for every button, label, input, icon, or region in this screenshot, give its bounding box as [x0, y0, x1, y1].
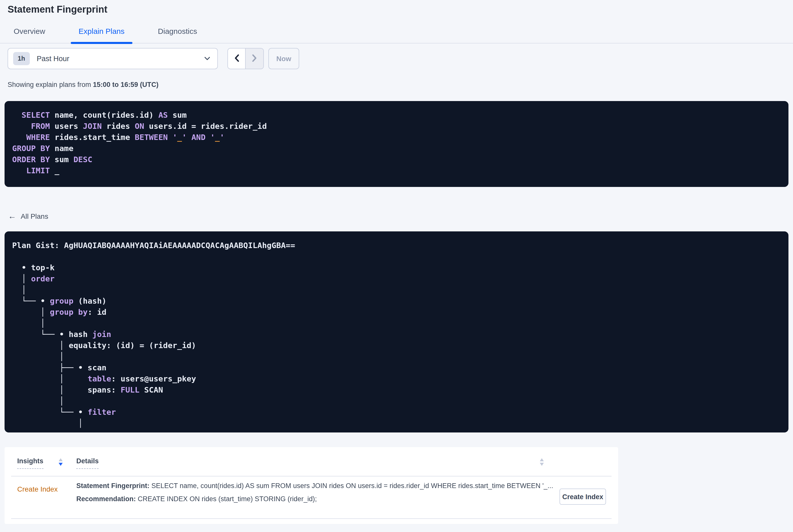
plan-tree-line: │: [12, 318, 783, 329]
time-controls: 1h Past Hour Now: [7, 48, 299, 69]
tab-overview[interactable]: Overview: [13, 27, 46, 43]
back-arrow-icon: ←: [8, 212, 16, 220]
plan-tree-line: │: [12, 418, 783, 429]
row-divider: [11, 518, 611, 519]
sql-line: GROUP BY name: [12, 143, 783, 154]
all-plans-label: All Plans: [21, 212, 48, 220]
column-header-insights[interactable]: Insights: [17, 457, 43, 469]
plan-tree-line: │: [12, 396, 783, 407]
chevron-right-icon: [252, 54, 257, 63]
time-range-picker[interactable]: 1h Past Hour: [7, 48, 218, 69]
next-range-button[interactable]: [246, 49, 263, 69]
prev-range-button[interactable]: [228, 49, 246, 69]
plan-tree-line: └── • filter: [12, 407, 783, 418]
chevron-left-icon: [234, 54, 239, 63]
insight-details-cell: Statement Fingerprint: SELECT name, coun…: [76, 481, 554, 503]
interval-label: Past Hour: [37, 55, 69, 63]
sql-statement-panel: SELECT name, count(rides.id) AS sum FROM…: [4, 101, 789, 187]
plan-tree-line: │ equality: (id) = (rider_id): [12, 340, 783, 351]
insights-table: Insights Details Create Index Statement …: [4, 447, 618, 524]
time-range-nav: [227, 48, 264, 69]
sort-icon[interactable]: [59, 458, 63, 466]
plan-tree-line: └── • group (hash): [12, 296, 783, 307]
sort-asc-icon: [59, 458, 63, 461]
plan-tree-line: │: [12, 351, 783, 362]
tab-diagnostics[interactable]: Diagnostics: [157, 27, 198, 43]
plan-tree-line: └── • hash join: [12, 329, 783, 340]
interval-badge: 1h: [13, 52, 30, 65]
sort-desc-icon: [540, 463, 544, 466]
sql-line: FROM users JOIN rides ON users.id = ride…: [12, 121, 783, 132]
statement-fingerprint-detail: Statement Fingerprint: SELECT name, coun…: [76, 481, 554, 490]
create-index-button[interactable]: Create Index: [560, 489, 606, 505]
tab-explain-plans[interactable]: Explain Plans: [78, 27, 126, 43]
sort-icon[interactable]: [540, 458, 544, 466]
sort-desc-icon: [59, 463, 63, 466]
recommendation-detail: Recommendation: CREATE INDEX ON rides (s…: [76, 495, 554, 503]
plan-tree-line: • top-k: [12, 262, 783, 273]
plan-tree-line: │ order: [12, 273, 783, 284]
all-plans-back-link[interactable]: ← All Plans: [8, 212, 48, 220]
sql-line: LIMIT _: [12, 165, 783, 176]
create-index-link[interactable]: Create Index: [17, 485, 58, 493]
sql-line: WHERE rides.start_time BETWEEN '_' AND '…: [12, 132, 783, 143]
sort-asc-icon: [540, 458, 544, 461]
header-divider: [11, 476, 611, 476]
sql-line: SELECT name, count(rides.id) AS sum: [12, 110, 783, 121]
page-title: Statement Fingerprint: [7, 4, 108, 15]
now-button[interactable]: Now: [268, 48, 299, 69]
explain-plan-panel: Plan Gist: AgHUAQIABQAAAAHYAQIAiAEAAAAAD…: [4, 231, 789, 433]
plan-tree-line: │ group by: id: [12, 307, 783, 318]
range-caption-bold: 15:00 to 16:59 (UTC): [93, 81, 159, 89]
sql-line: ORDER BY sum DESC: [12, 154, 783, 165]
statement-fingerprint-page: Overview Explain Plans Diagnostics State…: [0, 0, 793, 532]
range-caption: Showing explain plans from 15:00 to 16:5…: [7, 81, 158, 89]
plan-tree-line: │ table: users@users_pkey: [12, 373, 783, 384]
chevron-down-icon: [204, 57, 210, 61]
plan-gist: Plan Gist: AgHUAQIABQAAAAHYAQIAiAEAAAAAD…: [12, 240, 783, 251]
plan-tree-line: │ spans: FULL SCAN: [12, 384, 783, 396]
plan-tree-line: ├── • scan: [12, 362, 783, 373]
plan-tree-line: │: [12, 284, 783, 296]
tab-bar: Overview Explain Plans Diagnostics: [0, 0, 793, 43]
column-header-details[interactable]: Details: [76, 457, 99, 469]
